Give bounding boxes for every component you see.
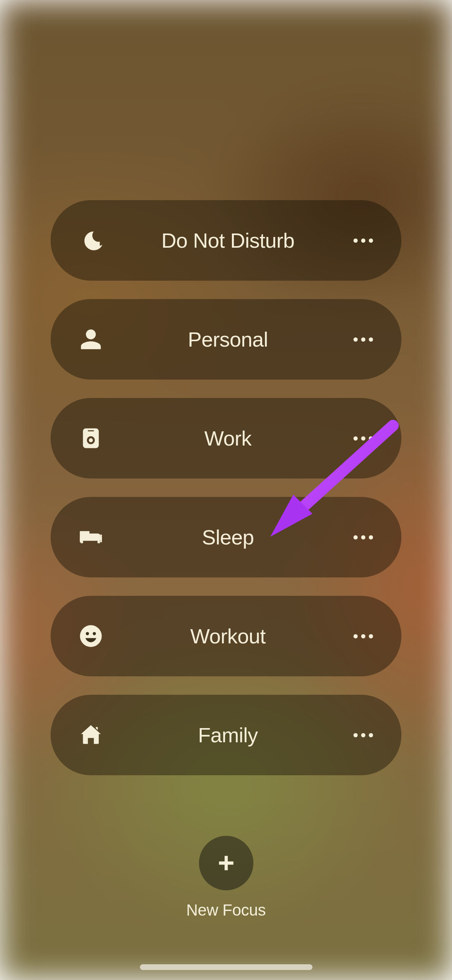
bed-icon	[77, 524, 104, 551]
more-button-work[interactable]	[352, 427, 375, 450]
focus-picker: Do Not Disturb Personal Work	[0, 0, 452, 980]
more-button-dnd[interactable]	[352, 229, 375, 252]
focus-item-personal[interactable]: Personal	[51, 299, 401, 380]
focus-mode-list: Do Not Disturb Personal Work	[51, 200, 401, 775]
more-button-sleep[interactable]	[352, 526, 375, 549]
ellipsis-icon	[353, 337, 373, 342]
focus-item-sleep[interactable]: Sleep	[51, 497, 401, 577]
ellipsis-icon	[353, 733, 373, 737]
ellipsis-icon	[353, 634, 373, 638]
focus-label: Family	[104, 723, 352, 747]
focus-label: Workout	[104, 624, 352, 648]
focus-item-family[interactable]: Family	[51, 695, 401, 775]
svg-point-3	[83, 533, 87, 536]
new-focus-section: New Focus	[186, 836, 266, 919]
focus-item-work[interactable]: Work	[51, 398, 401, 478]
focus-label: Do Not Disturb	[104, 229, 352, 252]
plus-icon	[217, 853, 236, 873]
ellipsis-icon	[353, 238, 373, 243]
more-button-family[interactable]	[352, 723, 375, 747]
focus-item-dnd[interactable]: Do Not Disturb	[51, 200, 401, 281]
ellipsis-icon	[353, 436, 373, 441]
ellipsis-icon	[353, 535, 373, 539]
new-focus-button[interactable]	[199, 836, 253, 890]
focus-label: Sleep	[104, 525, 352, 549]
new-focus-label: New Focus	[186, 901, 266, 919]
svg-point-5	[86, 632, 89, 635]
focus-item-workout[interactable]: Workout	[51, 596, 401, 676]
more-button-personal[interactable]	[352, 328, 375, 351]
more-button-workout[interactable]	[352, 625, 375, 648]
home-indicator[interactable]	[140, 964, 312, 970]
focus-label: Work	[104, 426, 352, 450]
svg-point-6	[93, 632, 96, 635]
focus-label: Personal	[104, 327, 352, 351]
badge-icon	[77, 425, 104, 452]
house-icon	[77, 722, 104, 748]
svg-rect-2	[100, 534, 102, 542]
svg-point-4	[80, 625, 102, 647]
smile-icon	[77, 623, 104, 649]
person-icon	[77, 326, 104, 353]
moon-icon	[77, 227, 104, 254]
svg-rect-1	[80, 531, 81, 543]
svg-rect-0	[80, 537, 102, 540]
